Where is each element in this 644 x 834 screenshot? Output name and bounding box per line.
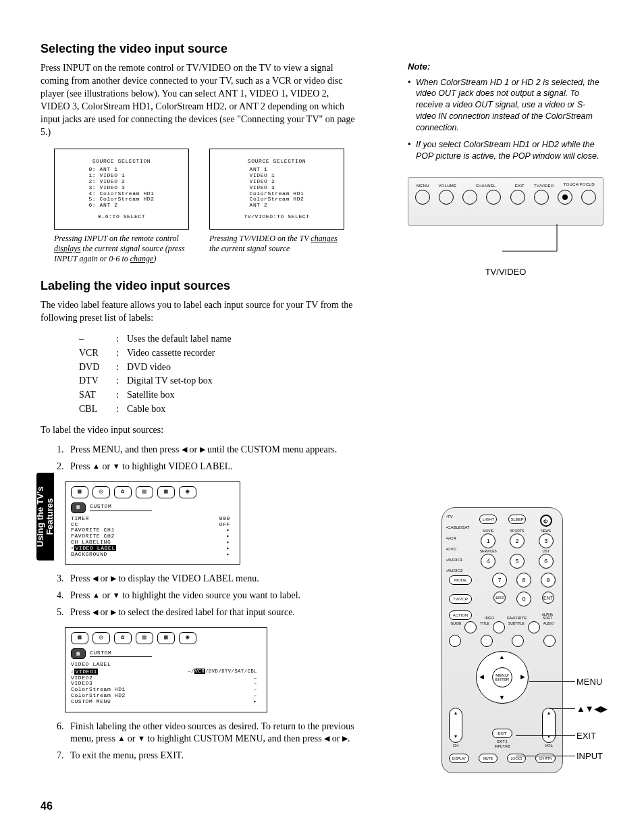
digit-9-button: 9: [541, 573, 556, 588]
digit-7-button: 7: [492, 573, 507, 588]
display-button: DISPLAY: [449, 754, 469, 763]
menu-tab-icon: ▦: [71, 632, 88, 644]
heading-labeling: Labeling the video input sources: [41, 278, 358, 294]
step-1: Press MENU, and then press ◀ or ▶ until …: [66, 444, 358, 457]
up-arrow-icon: ▲: [499, 653, 505, 661]
left-arrow-icon: ◀: [182, 445, 187, 453]
side-column: Note: When ColorStream HD 1 or HD 2 is s…: [408, 61, 603, 773]
steps-list-2: Press ◀ or ▶ to display the VIDEO LABEL …: [66, 573, 358, 619]
heading-selecting: Selecting the video input source: [41, 41, 358, 57]
osd-list-a: 0: ANT 1 1: VIDEO 1 2: VIDEO 2 3: VIDEO …: [88, 167, 154, 209]
step-3: Press ◀ or ▶ to display the VIDEO LABEL …: [66, 573, 358, 585]
section-tab: Using the TV's Features: [36, 473, 54, 561]
right-arrow-icon: ▶: [111, 608, 116, 616]
up-arrow-icon: ▲: [117, 734, 125, 742]
menu-tab-icons: ▦◎✿▤▦◉: [71, 632, 261, 644]
panel-button-touchfocus: [581, 190, 596, 205]
caption-b: Pressing TV/VIDEO on the TV changes the …: [209, 234, 344, 264]
sleep-button: SLEEP: [508, 515, 526, 524]
digit-1-button: 1: [481, 533, 495, 548]
osd-remote-box: SOURCE SELECTION 0: ANT 1 1: VIDEO 1 2: …: [54, 149, 189, 230]
caption-a: Pressing INPUT on the remote control dis…: [54, 234, 189, 264]
panel-caption: TV/VIDEO: [408, 266, 603, 278]
callout-menu: MENU: [576, 676, 602, 688]
menu-tab-icon: ◎: [92, 486, 110, 498]
menu-tab-icon: ▦: [71, 486, 88, 498]
dpad: ▲ ▼ ◀ ▶ MENU/ ENTER: [476, 651, 529, 704]
alpha-button: [528, 621, 540, 633]
left-arrow-icon: ◀: [92, 608, 98, 616]
step-5: Press ◀ or ▶ to select the desired label…: [66, 606, 358, 619]
step-6: Finish labeling the other video sources …: [66, 721, 358, 746]
remote-control-diagram: •TV •CABLE/SAT •VCR •DVD •AUDIO1 •AUDIO2…: [441, 507, 563, 773]
down-arrow-icon: ▼: [138, 734, 145, 742]
digit-4-button: 4: [481, 554, 495, 569]
steps-lead: To label the video input sources:: [41, 424, 358, 437]
exit-button: EXIT: [492, 729, 512, 738]
menu-title: CUSTOM: [90, 650, 152, 658]
osd-tv-box: SOURCE SELECTION ANT 1 VIDEO 1 VIDEO 2 V…: [209, 149, 344, 230]
info-button: [464, 621, 477, 633]
menu-tab-icon: ◎: [92, 632, 110, 644]
menu-tab-icons: ▦◎✿▤▦◉: [71, 486, 234, 498]
panel-button-vol-up: [462, 190, 477, 205]
custom-menu-screenshot-1: ▦◎✿▤▦◉ ▦CUSTOM TIMER000 CCOFF FAVORITE C…: [65, 481, 240, 565]
menu-tab-icon: ✿: [114, 486, 132, 498]
down-arrow-icon: ▼: [499, 694, 505, 702]
down-arrow-icon: ▼: [113, 462, 120, 470]
guide-button: [449, 635, 461, 647]
digit-8-button: 8: [516, 573, 531, 588]
ent-button: ENT: [542, 592, 554, 604]
menu-tab-icon: ✿: [114, 632, 132, 644]
callout-arrows: ▲▼◀▶: [576, 703, 608, 715]
note-item: If you select ColorStream HD1 or HD2 whi…: [408, 139, 603, 162]
audio-button: [543, 635, 556, 647]
page-number: 46: [41, 799, 53, 814]
panel-button-vol-down: [439, 190, 454, 205]
right-arrow-icon: ▶: [200, 445, 205, 453]
up-arrow-icon: ▲: [92, 462, 100, 470]
right-arrow-icon: ▶: [111, 574, 116, 582]
digit-3-button: 3: [539, 533, 554, 548]
volume-rocker: ▴▾: [542, 708, 556, 743]
step-7: To exit the menu, press EXIT.: [66, 750, 358, 762]
panel-button-ch-down: [486, 190, 501, 205]
mute-button: MUTE: [479, 754, 498, 763]
100-button: 100/0: [493, 592, 506, 604]
digit-6-button: 6: [539, 554, 554, 569]
panel-button-exit: [534, 190, 549, 205]
menu-subhead: VIDEO LABEL: [71, 662, 261, 668]
subtitle-button: [512, 635, 524, 647]
intro-paragraph: Press INPUT on the remote control or TV/…: [41, 62, 358, 138]
menu-tab-icon: ◉: [179, 486, 196, 498]
up-arrow-icon: ▲: [92, 591, 100, 599]
fav-button: [493, 621, 505, 633]
menu-tab-icon: ▤: [136, 486, 153, 498]
panel-button-menu: [415, 190, 430, 205]
menu-tab-icon: ◉: [179, 632, 196, 644]
action-button: ACTION: [449, 610, 472, 620]
main-column: Selecting the video input source Press I…: [41, 41, 358, 771]
menu-title: CUSTOM: [90, 504, 152, 511]
down-arrow-icon: ▼: [113, 591, 120, 599]
channel-rocker: ▴▾: [449, 708, 462, 743]
callout-exit: EXIT: [576, 730, 596, 742]
label-presets: –:Uses the default label name VCR:Video …: [78, 332, 233, 417]
light-button: LIGHT: [479, 515, 497, 524]
mode-button: MODE: [449, 575, 472, 585]
title-button: [481, 635, 493, 647]
menu-tab-icon: ▤: [136, 632, 153, 644]
menu-tab-icon: ▦: [157, 486, 175, 498]
left-arrow-icon: ◀: [92, 574, 98, 582]
steps-list: Press MENU, and then press ◀ or ▶ until …: [66, 444, 358, 473]
menu-category-icon: ▦: [71, 502, 86, 513]
power-button: ⏻: [540, 515, 552, 527]
digit-2-button: 2: [510, 533, 525, 548]
tvvcr-button: TV/VCR: [449, 594, 472, 604]
note-heading: Note:: [408, 61, 603, 73]
tv-front-panel: MENU VOLUME CHANNEL EXIT TV/VIDEO TOUCH …: [408, 177, 603, 226]
panel-button-tvvideo: [558, 190, 572, 205]
custom-menu-screenshot-2: ▦◎✿▤▦◉ ▦CUSTOM VIDEO LABEL ☞VIDEO1–/VCR/…: [65, 627, 267, 712]
note-list: When ColorStream HD 1 or HD 2 is selecte…: [408, 77, 603, 162]
digit-0-button: 0: [516, 592, 531, 606]
